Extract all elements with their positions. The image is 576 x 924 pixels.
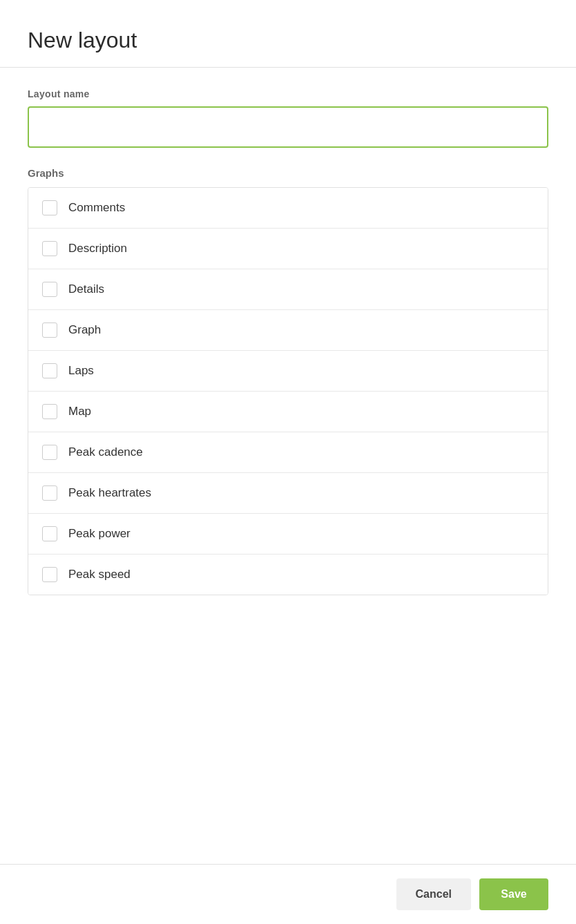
- checkbox-peak_heartrates[interactable]: [42, 485, 57, 501]
- footer: Cancel Save: [0, 864, 576, 924]
- list-item[interactable]: Map: [28, 392, 548, 432]
- item-label-peak_heartrates: Peak heartrates: [68, 486, 151, 500]
- checkbox-comments[interactable]: [42, 200, 57, 215]
- item-label-map: Map: [68, 405, 91, 418]
- list-item[interactable]: Comments: [28, 188, 548, 229]
- page-container: New layout Layout name Graphs CommentsDe…: [0, 0, 576, 924]
- save-button[interactable]: Save: [479, 878, 548, 910]
- list-item[interactable]: Peak power: [28, 514, 548, 555]
- list-item[interactable]: Description: [28, 229, 548, 269]
- checkbox-peak_cadence[interactable]: [42, 445, 57, 460]
- list-item[interactable]: Peak speed: [28, 555, 548, 595]
- list-item[interactable]: Peak cadence: [28, 432, 548, 473]
- checkbox-laps[interactable]: [42, 363, 57, 378]
- checkbox-details[interactable]: [42, 282, 57, 297]
- list-item[interactable]: Details: [28, 269, 548, 310]
- item-label-laps: Laps: [68, 364, 94, 378]
- layout-name-label: Layout name: [28, 88, 548, 99]
- page-title: New layout: [28, 28, 548, 53]
- layout-name-input[interactable]: [28, 106, 548, 148]
- checkbox-description[interactable]: [42, 241, 57, 256]
- content: Layout name Graphs CommentsDescriptionDe…: [0, 68, 576, 864]
- item-label-details: Details: [68, 282, 104, 296]
- item-label-graph: Graph: [68, 323, 101, 337]
- checkbox-peak_speed[interactable]: [42, 567, 57, 582]
- graphs-section-label: Graphs: [28, 167, 548, 179]
- header: New layout: [0, 0, 576, 68]
- item-label-description: Description: [68, 242, 127, 256]
- item-label-comments: Comments: [68, 201, 125, 215]
- item-label-peak_cadence: Peak cadence: [68, 445, 143, 459]
- item-label-peak_power: Peak power: [68, 527, 131, 541]
- list-item[interactable]: Graph: [28, 310, 548, 351]
- checkbox-peak_power[interactable]: [42, 526, 57, 541]
- list-item[interactable]: Laps: [28, 351, 548, 392]
- checkbox-map[interactable]: [42, 404, 57, 419]
- cancel-button[interactable]: Cancel: [396, 878, 471, 910]
- item-label-peak_speed: Peak speed: [68, 568, 131, 581]
- checkbox-graph[interactable]: [42, 323, 57, 338]
- graphs-list: CommentsDescriptionDetailsGraphLapsMapPe…: [28, 187, 548, 595]
- list-item[interactable]: Peak heartrates: [28, 473, 548, 514]
